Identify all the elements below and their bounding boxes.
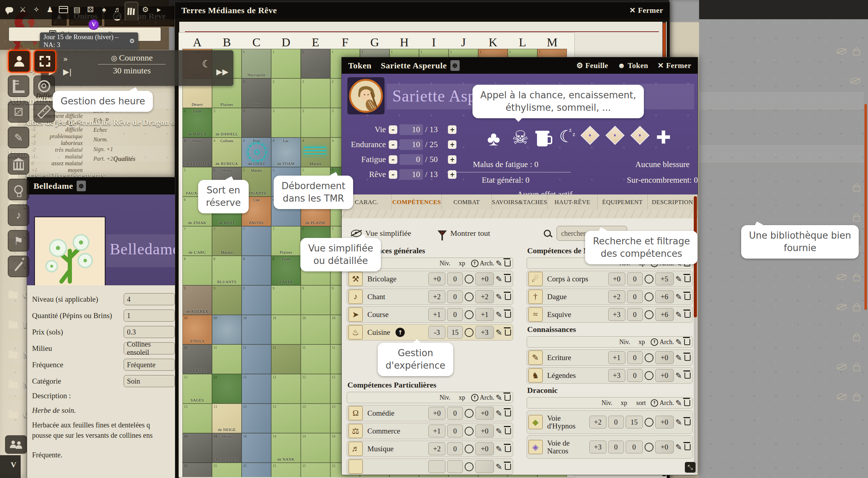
arch-value[interactable]: +6 bbox=[655, 290, 674, 303]
arch-value[interactable]: +0 bbox=[655, 351, 674, 364]
sidebar-tab-chest[interactable] bbox=[57, 2, 70, 17]
tab-combat[interactable]: COMBAT bbox=[442, 194, 492, 210]
minus-button[interactable]: – bbox=[389, 125, 397, 134]
tmr-cell-A10[interactable]: 10S'OULS bbox=[182, 315, 212, 344]
tmr-cell-B14[interactable]: 14MontsBLANCHES bbox=[212, 433, 242, 463]
sidebar-tab-swords[interactable]: ⚔ bbox=[16, 2, 29, 17]
edit-icon[interactable]: ✎ bbox=[676, 292, 682, 301]
tmr-cell-A8[interactable]: 8 bbox=[182, 256, 212, 285]
tmr-cell-E10[interactable]: 10 bbox=[301, 315, 330, 344]
tmr-cell-E11[interactable]: 11 bbox=[301, 344, 330, 374]
roll-circle-icon[interactable] bbox=[645, 443, 653, 452]
tab-description[interactable]: DESCRIPTION bbox=[648, 194, 698, 210]
minus-button[interactable]: – bbox=[389, 155, 397, 164]
skip-icon[interactable]: ▶| bbox=[63, 67, 72, 76]
tmr-cell-A12[interactable]: 12SAGES bbox=[182, 374, 212, 404]
roll-circle-icon[interactable] bbox=[645, 353, 653, 362]
roll-circle-icon[interactable] bbox=[465, 292, 474, 301]
trash-icon[interactable] bbox=[505, 260, 511, 266]
tmr-cell-D10[interactable]: 10 bbox=[271, 315, 301, 344]
edit-icon[interactable]: ✎ bbox=[496, 393, 502, 402]
skill-row-voiedenarcos[interactable]: ◈Voie de Narcos+300+0✎ bbox=[527, 435, 693, 459]
tmr-cell-B8[interactable]: 8BLUANTS bbox=[212, 256, 242, 285]
tmr-cell-C2[interactable]: 2Monts bbox=[242, 78, 271, 108]
tmr-cell-C7[interactable]: 7 bbox=[242, 226, 271, 256]
calendar-bar[interactable]: Jour 15 de Roseau (hiver) – NA: 3 ⚙ bbox=[40, 32, 138, 50]
tmr-cell-C9[interactable]: 9 bbox=[242, 285, 271, 315]
trash-icon[interactable] bbox=[684, 400, 690, 406]
field-input[interactable]: Fréquente bbox=[124, 359, 175, 371]
moon-icon[interactable]: ☾ bbox=[202, 58, 211, 70]
tool-bookmark-button[interactable]: ⚑ bbox=[8, 230, 29, 251]
sheet-control-token[interactable]: ☻Token bbox=[618, 61, 648, 70]
sort-value[interactable]: 15 bbox=[626, 416, 643, 428]
skill-row-dague[interactable]: †Dague+20+6✎ bbox=[527, 289, 693, 305]
niv-value[interactable]: +3 bbox=[608, 308, 625, 321]
arch-value[interactable]: +3 bbox=[475, 326, 494, 339]
tool-lightbulb-button[interactable] bbox=[8, 179, 29, 200]
players-list[interactable]: V bbox=[0, 455, 21, 478]
niv-value[interactable]: +0 bbox=[428, 272, 445, 285]
sidebar-tab-arrow[interactable]: ▸ bbox=[153, 2, 165, 17]
tmr-cell-A4[interactable]: 4Montsde TREMAIN bbox=[182, 137, 212, 167]
niv-value[interactable]: +0 bbox=[428, 407, 445, 420]
trash-icon[interactable] bbox=[505, 428, 511, 434]
roll-circle-icon[interactable] bbox=[645, 292, 653, 301]
niv-value[interactable]: +1 bbox=[428, 425, 445, 437]
tmr-cell-C15[interactable]: 15 bbox=[242, 463, 271, 477]
sidebar-tab-chat[interactable] bbox=[3, 2, 16, 17]
tool-person-button[interactable] bbox=[8, 50, 31, 73]
tmr-cell-C1[interactable]: 1Nécropole bbox=[242, 49, 271, 78]
niv-value[interactable]: +2 bbox=[428, 442, 445, 455]
xp-value[interactable]: 0 bbox=[608, 416, 624, 428]
sidebar-tab-dice[interactable]: ⚄ bbox=[84, 2, 97, 17]
sidebar-tab-cards[interactable]: ♠ bbox=[98, 2, 110, 17]
tmr-cell-C3[interactable]: 3 bbox=[242, 108, 271, 137]
niv-value[interactable]: +0 bbox=[608, 272, 625, 285]
tmr-cell-B11[interactable]: 11 bbox=[212, 344, 242, 374]
archive-toggle-icon[interactable]: ↑ bbox=[651, 399, 658, 407]
trash-icon[interactable] bbox=[505, 294, 511, 300]
xp-value[interactable]: 15 bbox=[447, 326, 463, 339]
field-input[interactable]: 1 bbox=[124, 310, 175, 322]
tool-bank-button[interactable] bbox=[8, 153, 29, 175]
skill-row-bricolage[interactable]: ⚒Bricolage+00+0✎ bbox=[347, 271, 513, 287]
roll-circle-icon[interactable] bbox=[465, 328, 474, 337]
tool-dice-button[interactable]: ⚂ bbox=[8, 101, 29, 123]
tool-expand-button[interactable] bbox=[33, 50, 56, 73]
tmr-cell-C8[interactable]: 8 bbox=[242, 256, 271, 285]
plus-button[interactable]: + bbox=[448, 125, 456, 134]
skill-row-commerce[interactable]: ⚖Commerce+10+0✎ bbox=[347, 423, 513, 439]
roll-circle-icon[interactable] bbox=[645, 310, 653, 319]
archive-toggle-icon[interactable]: ↑ bbox=[471, 394, 479, 401]
clover-icon[interactable]: ♣ bbox=[487, 129, 500, 149]
arch-value[interactable]: +0 bbox=[655, 441, 674, 453]
tmr-cell-C10[interactable]: 10 bbox=[242, 315, 271, 344]
edit-icon[interactable]: ✎ bbox=[676, 443, 682, 452]
sidebar-tab-books[interactable] bbox=[125, 2, 138, 21]
tmr-cell-A15[interactable]: 15de GORLO bbox=[182, 463, 212, 477]
tmr-cell-D13[interactable]: 13 bbox=[271, 404, 301, 433]
tmr-cell-B13[interactable]: 13de NEIGE bbox=[212, 404, 242, 433]
trash-icon[interactable] bbox=[684, 339, 690, 345]
skill-row-empty[interactable]: ✎ bbox=[347, 458, 513, 475]
trash-icon[interactable] bbox=[684, 355, 691, 361]
tmr-cell-B9[interactable]: 9 bbox=[212, 285, 242, 315]
arch-value[interactable]: +1 bbox=[475, 308, 494, 321]
beer-icon[interactable] bbox=[537, 133, 548, 146]
belledame-titlebar[interactable]: Belledame ⊕ bbox=[27, 177, 175, 194]
roll-circle-icon[interactable] bbox=[465, 445, 474, 453]
waves-icon[interactable] bbox=[304, 147, 326, 156]
sheet-control-feuille[interactable]: ⚙Feuille bbox=[576, 61, 608, 70]
sort-value[interactable]: 0 bbox=[626, 441, 643, 453]
roll-circle-icon[interactable] bbox=[645, 418, 653, 427]
sidebar-scrollbar-thumb[interactable] bbox=[864, 104, 867, 310]
xp-up-icon[interactable]: ↑ bbox=[396, 328, 405, 337]
xp-value[interactable]: 0 bbox=[627, 351, 643, 364]
edit-icon[interactable]: ✎ bbox=[496, 292, 502, 301]
arch-value[interactable]: +6 bbox=[655, 308, 674, 321]
moon-sleep-icon[interactable]: ☾zz bbox=[559, 129, 574, 145]
arch-value[interactable] bbox=[475, 460, 494, 473]
archive-toggle-icon[interactable]: ↑ bbox=[651, 338, 658, 346]
trash-icon[interactable] bbox=[684, 294, 691, 300]
